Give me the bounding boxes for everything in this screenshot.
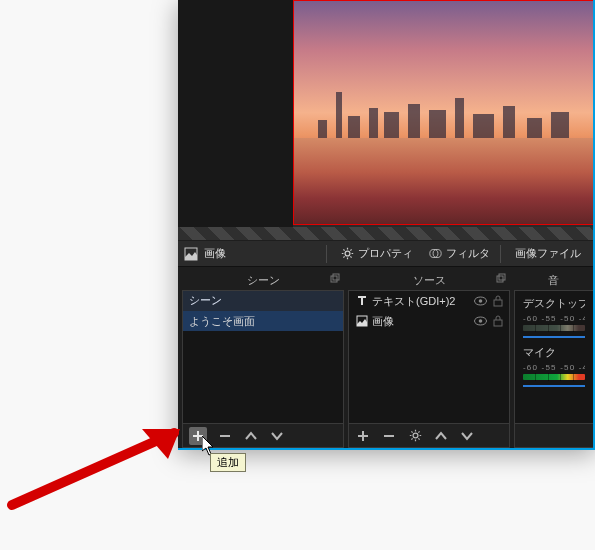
preview-overflow-strip — [178, 227, 593, 240]
mixer-channel: マイク -60 -55 -50 -45 -40 — [515, 340, 593, 389]
mixer-channel: デスクトップ音声 -60 -55 -50 -45 -40 — [515, 291, 593, 340]
source-info-bar: 画像 プロパティ フィルタ 画像ファイル — [178, 241, 593, 267]
filters-label: フィルタ — [446, 246, 490, 261]
audio-mixer-panel: 音 デスクトップ音声 -60 -55 -50 -45 -40 マイク -60 -… — [514, 270, 593, 448]
svg-rect-7 — [499, 274, 505, 280]
app-window: 画像 プロパティ フィルタ 画像ファイル シーン シーン — [178, 0, 595, 450]
remove-scene-button[interactable] — [217, 428, 233, 444]
svg-point-13 — [479, 319, 483, 323]
svg-point-1 — [345, 251, 350, 256]
image-icon — [355, 315, 368, 328]
mixer-meter — [523, 325, 585, 331]
source-props-button[interactable] — [407, 428, 423, 444]
popout-icon[interactable] — [330, 273, 340, 283]
scenes-title: シーン — [247, 273, 280, 288]
mixer-channel-label: デスクトップ音声 — [523, 297, 585, 311]
svg-rect-4 — [331, 276, 337, 282]
eye-icon[interactable] — [474, 316, 487, 326]
move-scene-down-button[interactable] — [269, 428, 285, 444]
move-source-down-button[interactable] — [459, 428, 475, 444]
eye-icon[interactable] — [474, 296, 487, 306]
source-item[interactable]: 画像 — [349, 311, 509, 331]
mixer-scale: -60 -55 -50 -45 -40 — [523, 314, 585, 323]
svg-point-15 — [413, 433, 418, 438]
mixer-slider[interactable] — [523, 336, 585, 338]
scenes-panel: シーン シーン ようこそ画面 — [182, 270, 344, 448]
scenes-column-label: シーン — [189, 294, 222, 308]
svg-rect-5 — [333, 274, 339, 280]
sources-toolbar — [348, 424, 510, 448]
text-icon — [355, 295, 368, 308]
svg-rect-14 — [494, 320, 502, 326]
image-file-label: 画像ファイル — [515, 246, 581, 261]
scene-item-label: ようこそ画面 — [189, 314, 255, 329]
sources-title: ソース — [413, 273, 446, 288]
source-item[interactable]: テキスト(GDI+)2 — [349, 291, 509, 311]
scenes-column-header: シーン — [183, 291, 343, 311]
mixer-slider[interactable] — [523, 385, 585, 387]
properties-button[interactable]: プロパティ — [335, 243, 419, 264]
preview-selected-source[interactable] — [293, 0, 593, 225]
scene-item[interactable]: ようこそ画面 — [183, 311, 343, 331]
move-scene-up-button[interactable] — [243, 428, 259, 444]
sources-panel-header[interactable]: ソース — [348, 270, 510, 290]
mixer-channel-label: マイク — [523, 346, 585, 360]
lock-icon[interactable] — [493, 295, 503, 307]
preview-padding — [178, 0, 293, 228]
preview-area — [178, 0, 593, 240]
properties-label: プロパティ — [358, 246, 413, 261]
add-scene-button[interactable] — [189, 427, 207, 445]
popout-icon[interactable] — [496, 273, 506, 283]
source-item-label: 画像 — [372, 314, 394, 329]
mixer-title: 音 — [548, 273, 559, 288]
image-file-label-area: 画像ファイル — [509, 243, 587, 264]
image-icon — [184, 247, 198, 261]
remove-source-button[interactable] — [381, 428, 397, 444]
filter-icon — [429, 247, 442, 260]
scenes-panel-header[interactable]: シーン — [182, 270, 344, 290]
gear-icon — [341, 247, 354, 260]
annotation-arrow — [2, 405, 192, 515]
sources-panel: ソース テキスト(GDI+)2 画像 — [348, 270, 510, 448]
mixer-meter — [523, 374, 585, 380]
mixer-footer — [514, 424, 593, 448]
svg-point-9 — [479, 299, 483, 303]
svg-rect-6 — [497, 276, 503, 282]
scenes-list[interactable]: シーン ようこそ画面 — [182, 290, 344, 424]
add-source-button[interactable] — [355, 428, 371, 444]
move-source-up-button[interactable] — [433, 428, 449, 444]
scenes-toolbar — [182, 424, 344, 448]
mixer-scale: -60 -55 -50 -45 -40 — [523, 363, 585, 372]
source-item-label: テキスト(GDI+)2 — [372, 294, 455, 309]
mixer-panel-header[interactable]: 音 — [514, 270, 593, 290]
panels-row: シーン シーン ようこそ画面 ソース — [178, 268, 593, 448]
sources-list[interactable]: テキスト(GDI+)2 画像 — [348, 290, 510, 424]
selected-source-name: 画像 — [204, 246, 226, 261]
filters-button[interactable]: フィルタ — [423, 243, 496, 264]
svg-rect-10 — [494, 300, 502, 306]
lock-icon[interactable] — [493, 315, 503, 327]
add-tooltip: 追加 — [210, 453, 246, 472]
mixer-body: デスクトップ音声 -60 -55 -50 -45 -40 マイク -60 -55… — [514, 290, 593, 424]
